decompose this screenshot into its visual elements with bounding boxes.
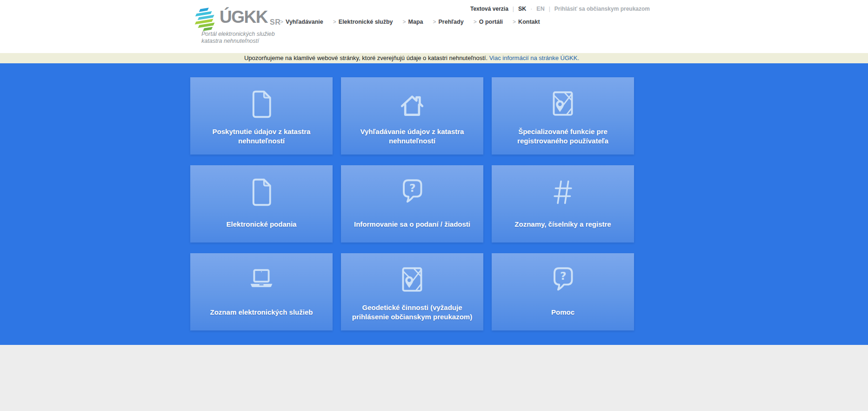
nav-item-elektronicke-sluzby[interactable]: >Elektronické služby — [333, 19, 393, 25]
nav-item-label: Elektronické služby — [339, 19, 393, 25]
warning-more-info-link[interactable]: Viac informácií na stránke ÚGKK. — [489, 54, 579, 61]
tile-label: Poskytnutie údajov z katastra nehnuteľno… — [190, 126, 333, 147]
logo-tagline-line2: katastra nehnuteľností — [201, 38, 275, 45]
ugkk-stripes-logo-icon — [190, 7, 217, 33]
chevron-right-icon: > — [333, 19, 336, 25]
tile-iconbox — [190, 83, 333, 126]
laptop-icon — [240, 262, 282, 298]
nav-item-mapa[interactable]: >Mapa — [403, 19, 423, 25]
tile-label: Informovanie sa o podaní / žiadosti — [341, 214, 483, 235]
tile-informovanie-o-podani[interactable]: Informovanie sa o podaní / žiadosti — [341, 165, 483, 243]
tile-pomoc[interactable]: Pomoc — [492, 253, 634, 330]
tile-iconbox — [341, 171, 483, 214]
warning-text: Upozorňujeme na klamlivé webové stránky,… — [244, 54, 487, 61]
nav-item-label: O portáli — [479, 19, 503, 25]
tile-specializovane-funkcie[interactable]: Špecializované funkcie pre registrovanéh… — [492, 77, 634, 155]
tile-iconbox — [492, 171, 634, 214]
tile-label: Vyhľadávanie údajov z katastra nehnuteľn… — [341, 126, 483, 147]
warning-banner-content: Upozorňujeme na klamlivé webové stránky,… — [189, 53, 634, 63]
tile-zoznamy-ciselniky-registre[interactable]: Zoznamy, číselníky a registre — [492, 165, 634, 243]
nav-item-vyhladavanie[interactable]: >Vyhľadávanie — [280, 19, 323, 25]
chevron-right-icon: > — [513, 19, 516, 25]
document-icon — [243, 174, 280, 210]
nav-item-label: Mapa — [408, 19, 423, 25]
document-icon — [243, 86, 280, 122]
tile-label: Zoznam elektronických služieb — [190, 302, 333, 323]
question-bubble-icon — [394, 174, 430, 210]
tile-iconbox — [492, 259, 634, 302]
chevron-right-icon: > — [280, 19, 283, 25]
warning-banner: Upozorňujeme na klamlivé webové stránky,… — [0, 53, 868, 63]
chevron-right-icon: > — [474, 19, 477, 25]
separator: | — [513, 6, 514, 12]
tile-iconbox — [492, 83, 634, 126]
tile-label: Elektronické podania — [190, 214, 333, 235]
nav-item-o-portali[interactable]: >O portáli — [474, 19, 503, 25]
nav-item-label: Kontakt — [518, 19, 540, 25]
tile-iconbox — [190, 171, 333, 214]
chevron-right-icon: > — [433, 19, 436, 25]
tile-iconbox — [190, 259, 333, 302]
chevron-right-icon: > — [403, 19, 406, 25]
hash-icon — [545, 174, 581, 210]
utility-bar: Textová verzia | SK · EN | Prihlásiť sa … — [470, 6, 650, 12]
question-bubble-icon — [545, 262, 581, 298]
page: ÚGKK SR Portál elektronických služieb ka… — [0, 0, 868, 411]
site-footer — [0, 345, 868, 411]
tiles-grid: Poskytnutie údajov z katastra nehnuteľno… — [190, 77, 868, 330]
map-pin-icon — [545, 86, 581, 122]
tile-label: Zoznamy, číselníky a registre — [492, 214, 634, 235]
tile-label: Geodetické činnosti (vyžaduje prihláseni… — [341, 302, 483, 323]
tile-iconbox — [341, 259, 483, 302]
tile-elektronicke-podania[interactable]: Elektronické podania — [190, 165, 333, 243]
separator: | — [549, 6, 550, 12]
language-sk-link[interactable]: SK — [518, 6, 526, 12]
main-nav: >Vyhľadávanie >Elektronické služby >Mapa… — [280, 19, 540, 25]
nav-item-label: Vyhľadávanie — [286, 19, 323, 25]
language-en-link[interactable]: EN — [536, 6, 544, 12]
site-header: ÚGKK SR Portál elektronických služieb ka… — [0, 0, 868, 53]
logo-tagline: Portál elektronických služieb katastra n… — [201, 31, 275, 45]
nav-item-kontakt[interactable]: >Kontakt — [513, 19, 540, 25]
tile-poskytnutie-udajov[interactable]: Poskytnutie údajov z katastra nehnuteľno… — [190, 77, 333, 155]
tile-label: Pomoc — [492, 302, 634, 323]
separator-dot: · — [530, 6, 532, 12]
logo-tagline-line1: Portál elektronických služieb — [201, 31, 275, 38]
tile-geodeticke-cinnosti[interactable]: Geodetické činnosti (vyžaduje prihláseni… — [341, 253, 483, 330]
map-pin-icon — [394, 262, 430, 298]
nav-item-label: Prehľady — [439, 19, 464, 25]
tile-label: Špecializované funkcie pre registrovanéh… — [492, 126, 634, 147]
logo[interactable]: ÚGKK SR Portál elektronických služieb ka… — [190, 6, 329, 50]
text-version-link[interactable]: Textová verzia — [470, 6, 508, 12]
logo-suffix: SR — [270, 18, 280, 27]
login-eid-link[interactable]: Prihlásiť sa občianskym preukazom — [554, 6, 650, 12]
tile-zoznam-sluzieb[interactable]: Zoznam elektronických služieb — [190, 253, 333, 330]
main-content: Poskytnutie údajov z katastra nehnuteľno… — [0, 63, 868, 345]
logo-acronym: ÚGKK — [220, 7, 267, 27]
nav-item-prehlady[interactable]: >Prehľady — [433, 19, 464, 25]
house-icon — [394, 86, 430, 122]
tile-vyhladavanie-udajov[interactable]: Vyhľadávanie údajov z katastra nehnuteľn… — [341, 77, 483, 155]
tile-iconbox — [341, 83, 483, 126]
